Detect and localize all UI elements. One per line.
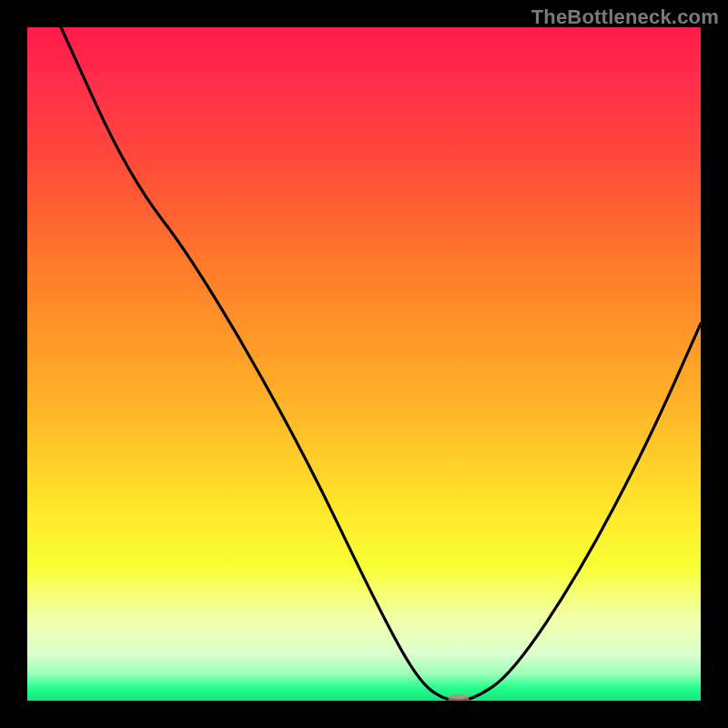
bottleneck-curve bbox=[27, 27, 701, 701]
attribution-label: TheBottleneck.com bbox=[531, 5, 719, 29]
plot-area bbox=[27, 27, 701, 701]
curve-path bbox=[61, 27, 701, 701]
optimal-marker bbox=[448, 694, 470, 701]
chart-container: TheBottleneck.com bbox=[0, 0, 728, 728]
